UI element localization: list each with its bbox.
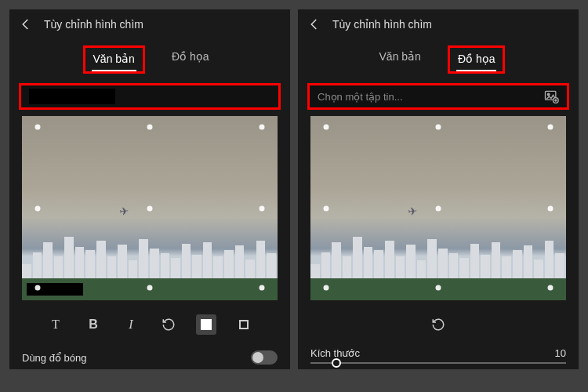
page-title: Tùy chỉnh hình chìm	[44, 18, 143, 31]
anchor-point[interactable]	[34, 285, 40, 290]
anchor-point[interactable]	[147, 285, 153, 290]
anchor-point[interactable]	[260, 205, 265, 211]
tab-graphic[interactable]: Đồ họa	[448, 45, 506, 74]
preview-image[interactable]: ✈	[22, 116, 278, 300]
preview-image[interactable]: ✈	[310, 116, 566, 300]
size-slider[interactable]	[310, 362, 566, 364]
header: Tùy chỉnh hình chìm	[9, 9, 290, 39]
tool-fill-icon[interactable]	[196, 314, 216, 335]
add-image-icon[interactable]	[543, 89, 559, 104]
tab-text[interactable]: Văn bản	[83, 45, 145, 74]
anchor-point[interactable]	[323, 205, 328, 211]
size-label: Kích thước	[310, 347, 360, 359]
airplane-icon: ✈	[407, 204, 418, 217]
anchor-point[interactable]	[436, 285, 441, 290]
panel-text: Tùy chỉnh hình chìm Văn bản Đồ họa ✈ T B…	[9, 9, 290, 369]
tool-bold-icon[interactable]: B	[83, 314, 103, 335]
anchor-point[interactable]	[548, 205, 554, 211]
anchor-point[interactable]	[147, 125, 153, 130]
panel-graphic: Tùy chỉnh hình chìm Văn bản Đồ họa Chọn …	[298, 9, 579, 369]
file-picker-input[interactable]: Chọn một tập tin...	[307, 83, 569, 110]
size-value: 10	[555, 347, 566, 359]
back-arrow-icon[interactable]	[19, 17, 33, 31]
airplane-icon: ✈	[118, 204, 129, 217]
anchor-point[interactable]	[323, 125, 328, 130]
anchor-point[interactable]	[548, 125, 554, 130]
watermark-text-input[interactable]	[19, 83, 281, 110]
shadow-toggle[interactable]	[251, 350, 278, 365]
tool-text-icon[interactable]: T	[45, 314, 66, 335]
file-picker-placeholder: Chọn một tập tin...	[318, 91, 543, 103]
anchor-point[interactable]	[147, 205, 153, 211]
tabs: Văn bản Đồ họa	[298, 39, 579, 77]
redacted-text	[29, 89, 115, 104]
tabs: Văn bản Đồ họa	[9, 39, 290, 77]
graphic-toolbar	[298, 307, 579, 346]
tool-outline-icon[interactable]	[234, 314, 254, 335]
shadow-option: Dùng đổ bóng	[9, 346, 290, 369]
tool-rotate-icon[interactable]	[158, 314, 179, 335]
anchor-point[interactable]	[34, 205, 40, 211]
svg-point-1	[547, 93, 550, 96]
tab-graphic[interactable]: Đồ họa	[164, 45, 217, 74]
skyline	[22, 233, 278, 280]
anchor-point[interactable]	[436, 205, 441, 211]
back-arrow-icon[interactable]	[307, 17, 321, 31]
anchor-point[interactable]	[436, 125, 441, 130]
tool-italic-icon[interactable]: I	[121, 314, 141, 335]
anchor-point[interactable]	[260, 125, 265, 130]
anchor-point[interactable]	[260, 285, 265, 290]
skyline	[310, 233, 566, 280]
anchor-point[interactable]	[323, 285, 328, 290]
tool-rotate-icon[interactable]	[428, 314, 448, 335]
size-slider-row: Kích thước 10	[298, 346, 579, 368]
page-title: Tùy chỉnh hình chìm	[332, 18, 432, 31]
text-toolbar: T B I	[9, 307, 290, 346]
shadow-label: Dùng đổ bóng	[22, 352, 86, 364]
anchor-point[interactable]	[34, 125, 40, 130]
header: Tùy chỉnh hình chìm	[298, 9, 579, 39]
anchor-point[interactable]	[548, 285, 554, 290]
tab-text[interactable]: Văn bản	[372, 45, 429, 74]
slider-thumb[interactable]	[332, 358, 341, 368]
